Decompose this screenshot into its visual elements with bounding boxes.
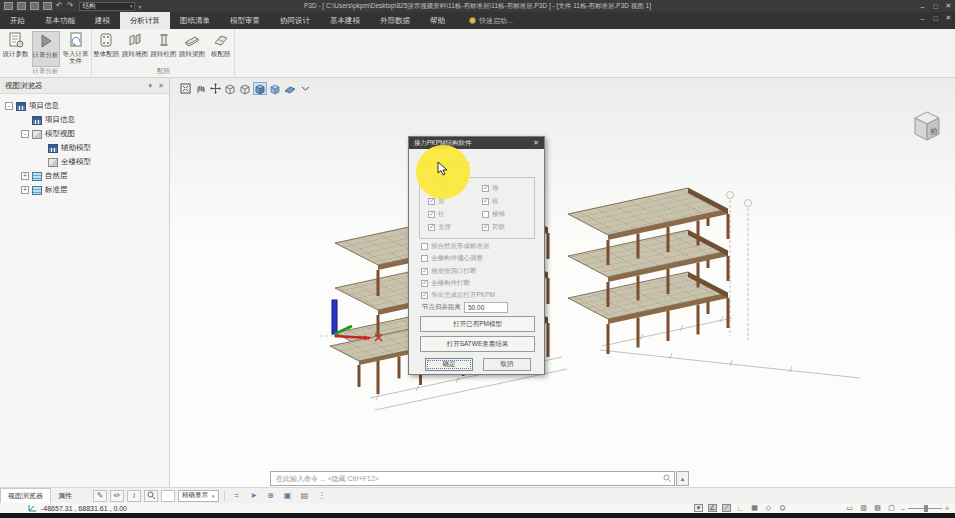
- tab-properties[interactable]: 属性: [51, 488, 79, 504]
- orbit-icon[interactable]: [208, 82, 222, 95]
- member-load-checkbox[interactable]: 荷载: [482, 223, 505, 232]
- slab-rebar-button[interactable]: 板配筋: [207, 31, 234, 67]
- view-more-chevron-icon[interactable]: [298, 82, 312, 95]
- object-snap-icon[interactable]: ∟: [736, 504, 745, 512]
- command-input[interactable]: [270, 471, 675, 486]
- hidden-line-view-icon[interactable]: [238, 82, 252, 95]
- zoom-in-icon[interactable]: +: [945, 505, 949, 512]
- tree-item-project-root[interactable]: - 项目信息: [0, 99, 169, 113]
- wall-drawing-button[interactable]: 跳转墙图: [122, 31, 149, 67]
- undo-icon[interactable]: ↶: [56, 2, 63, 10]
- tab-modeling[interactable]: 建模: [85, 12, 120, 29]
- collapse-icon[interactable]: -: [5, 102, 13, 110]
- tab-start[interactable]: 开始: [0, 12, 35, 29]
- zoom-extents-icon[interactable]: [178, 82, 192, 95]
- save-as-icon[interactable]: [43, 2, 52, 10]
- grid-snap-icon[interactable]: ▦: [750, 504, 759, 512]
- fit-view-icon[interactable]: ▢: [887, 504, 896, 512]
- save-icon[interactable]: [30, 2, 39, 10]
- polar-snap-icon[interactable]: ⟋: [722, 504, 731, 512]
- tab-external-data[interactable]: 外部数据: [370, 12, 420, 29]
- panel-close-icon[interactable]: ✕: [158, 82, 164, 90]
- ok-button[interactable]: 确定: [425, 358, 473, 371]
- command-history-button[interactable]: ▲: [676, 471, 689, 486]
- mdi-close-button[interactable]: ✕: [942, 12, 955, 24]
- quick-launch[interactable]: 快速启动...: [469, 12, 513, 29]
- structural-model-canvas[interactable]: 前: [170, 78, 955, 487]
- cancel-button[interactable]: 取消: [483, 358, 531, 371]
- minimize-button[interactable]: –: [916, 0, 929, 12]
- dialog-close-icon[interactable]: ✕: [533, 139, 539, 147]
- tab-basic-modeling[interactable]: 基本建模: [320, 12, 370, 29]
- text-cursor-icon[interactable]: I: [127, 490, 141, 502]
- link-icon[interactable]: ⊕: [264, 490, 278, 502]
- new-file-icon[interactable]: [4, 2, 13, 10]
- tab-drawing-list[interactable]: 图纸清单: [170, 12, 220, 29]
- tab-help[interactable]: 帮助: [420, 12, 455, 29]
- expand-icon[interactable]: +: [21, 172, 29, 180]
- tree-item-standard-story[interactable]: + 标准层: [0, 183, 169, 197]
- plane-view-icon[interactable]: [283, 82, 297, 95]
- walkthrough-icon[interactable]: ➤: [247, 490, 261, 502]
- zoom-out-icon[interactable]: –: [901, 505, 905, 512]
- tile-windows-icon[interactable]: ▥: [859, 504, 868, 512]
- selection-mode-dropdown[interactable]: ▾: [694, 504, 703, 512]
- panel-dock-icon[interactable]: ▾: [149, 82, 153, 90]
- open-satwe-button[interactable]: 打开SATWE查看结果: [420, 336, 535, 352]
- mdi-restore-button[interactable]: □: [929, 12, 942, 24]
- open-pm-model-button[interactable]: 打开已有PM模型: [420, 316, 535, 332]
- tree-item-project-info[interactable]: 项目信息: [0, 113, 169, 127]
- tree-item-natural-story[interactable]: + 自然层: [0, 169, 169, 183]
- ucs-toggle-icon[interactable]: ◇: [764, 504, 773, 512]
- print-icon[interactable]: ▤: [298, 490, 312, 502]
- option-natural-story-checkbox[interactable]: 按自然层形成标准层: [421, 242, 490, 251]
- zoom-slider[interactable]: – +: [901, 505, 949, 512]
- expand-icon[interactable]: +: [21, 186, 29, 194]
- close-button[interactable]: ✕: [942, 0, 955, 12]
- tab-collaboration[interactable]: 协同设计: [270, 12, 320, 29]
- tab-model-review[interactable]: 模型审查: [220, 12, 270, 29]
- ortho-icon[interactable]: ∠: [708, 504, 717, 512]
- member-column-checkbox[interactable]: 柱: [428, 210, 445, 219]
- restore-button[interactable]: □: [929, 0, 942, 12]
- model-viewport[interactable]: 前 ▲: [170, 78, 955, 487]
- collapse-icon[interactable]: -: [21, 130, 29, 138]
- design-params-button[interactable]: 设计参数: [2, 31, 30, 67]
- tab-basic-functions[interactable]: 基本功能: [35, 12, 85, 29]
- pan-hand-icon[interactable]: [193, 82, 207, 95]
- display-mode-select[interactable]: 精确显示 ▾: [178, 490, 219, 502]
- calc-analysis-button[interactable]: 计算分析: [32, 31, 60, 67]
- realistic-view-icon[interactable]: [268, 82, 282, 95]
- tree-item-aux-model[interactable]: 辅助模型: [0, 141, 169, 155]
- node-merge-input[interactable]: 50.00: [464, 302, 508, 313]
- option-break-members-checkbox[interactable]: 全楼构件打断: [421, 279, 470, 288]
- member-slab-checkbox[interactable]: 板: [482, 197, 499, 206]
- wireframe-view-icon[interactable]: [223, 82, 237, 95]
- option-wall-opening-checkbox[interactable]: 墙梁按洞口打断: [421, 267, 477, 276]
- column-drawing-button[interactable]: 跳转柱图: [150, 31, 177, 67]
- view-cube[interactable]: 前: [915, 112, 939, 140]
- shaded-view-icon[interactable]: [253, 82, 267, 95]
- zoom-track[interactable]: [908, 508, 942, 509]
- workspace-combo[interactable]: 结构 ▾: [79, 2, 135, 11]
- snap-settings-icon[interactable]: ⛭: [778, 504, 787, 512]
- section-icon[interactable]: =: [230, 490, 244, 502]
- quick-access-more-icon[interactable]: ▾: [138, 3, 141, 10]
- tab-analysis[interactable]: 分析计算: [120, 12, 170, 29]
- draw-style-icon[interactable]: ✎: [93, 490, 107, 502]
- option-open-after-checkbox[interactable]: 导出完成后打开PKPM: [421, 291, 495, 300]
- tree-item-model-views[interactable]: - 模型视图: [0, 127, 169, 141]
- dialog-title-bar[interactable]: 接力PKPM结构软件 ✕: [409, 137, 544, 149]
- layer-stack-icon[interactable]: ▧: [873, 504, 882, 512]
- member-stair-checkbox[interactable]: 楼梯: [482, 210, 505, 219]
- whole-rebar-button[interactable]: 整体配筋: [93, 31, 120, 67]
- beam-drawing-button[interactable]: 跳转梁图: [179, 31, 206, 67]
- color-swatch[interactable]: [161, 490, 175, 502]
- member-wall-checkbox[interactable]: 墙: [482, 184, 499, 193]
- new-layout-icon[interactable]: ▭: [845, 504, 854, 512]
- zoom-handle[interactable]: [924, 505, 928, 512]
- annotate-icon[interactable]: ✏: [110, 490, 124, 502]
- import-calc-file-button[interactable]: 导入计算文件: [62, 31, 90, 67]
- tree-item-whole-model[interactable]: 全楼模型: [0, 155, 169, 169]
- option-eccentricity-checkbox[interactable]: 全楼构件偏心调整: [421, 254, 483, 263]
